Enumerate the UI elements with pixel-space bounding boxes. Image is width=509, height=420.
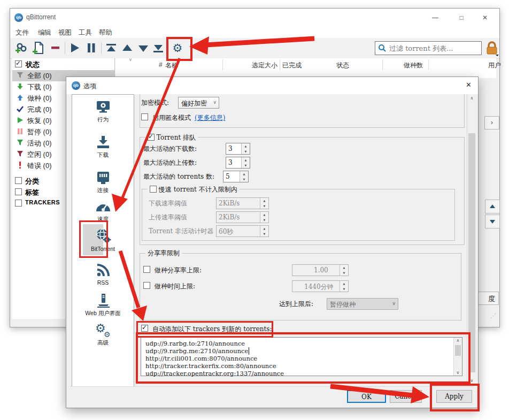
more-information-link[interactable]: (更多信息) xyxy=(195,113,225,123)
scroll-up-button[interactable] xyxy=(485,200,500,213)
tags-checkbox[interactable] xyxy=(15,188,22,195)
dialog-title: 选项 xyxy=(83,82,96,91)
column-number[interactable]: # xyxy=(159,61,163,68)
dialog-close-button[interactable]: ✕ xyxy=(466,81,472,89)
scroll-up-icon[interactable]: ∧ xyxy=(467,96,476,101)
nav-item-webui[interactable]: Web 用户界面 xyxy=(72,293,134,317)
move-top-button[interactable] xyxy=(104,41,118,55)
nav-item-behavior[interactable]: 行为 xyxy=(72,99,134,124)
nav-label: 高级 xyxy=(72,339,134,347)
status-section-checkbox[interactable] xyxy=(15,60,22,67)
torrent-table-header: ∨ # 名称 选定大小 已完成 状态 做种数 用户 xyxy=(115,58,496,72)
column-separator xyxy=(428,59,429,70)
resume-button[interactable] xyxy=(68,41,82,55)
max-downloads-label: 最大活动的下载数: xyxy=(143,144,197,154)
nav-item-bittorrent[interactable]: BitTorrent xyxy=(72,227,134,252)
spinner-arrows: ▲▼ xyxy=(340,265,348,276)
ok-button[interactable]: OK xyxy=(347,390,386,403)
queueing-checkbox[interactable] xyxy=(148,134,155,141)
add-torrent-file-button[interactable] xyxy=(32,41,45,55)
categories-checkbox[interactable] xyxy=(15,177,22,184)
tracker-url: udp://tracker.opentrackr.org:1337/announ… xyxy=(145,370,284,377)
ethernet-icon xyxy=(95,170,111,186)
max-uploads-spinner[interactable]: 3 ▲▼ xyxy=(226,157,250,169)
menu-view[interactable]: 视图 xyxy=(55,27,75,39)
categories-label: 分类 xyxy=(25,177,39,186)
move-up-button[interactable] xyxy=(120,41,134,55)
spinner-arrows[interactable]: ▲▼ xyxy=(240,171,248,182)
resize-grip[interactable]: ⋰ xyxy=(490,312,496,319)
tags-label: 标签 xyxy=(25,188,39,197)
encryption-label: 加密模式: xyxy=(141,98,169,108)
upload-threshold-label: 上传速率阈值 xyxy=(149,213,187,222)
column-selected-size[interactable]: 选定大小 xyxy=(252,61,277,70)
close-button[interactable]: ✕ xyxy=(476,11,494,25)
encryption-dropdown[interactable]: 偏好加密 ∨ xyxy=(178,97,219,109)
column-expander-button[interactable]: › xyxy=(484,116,499,129)
column-seeds[interactable]: 做种数 xyxy=(404,61,423,70)
nav-item-speed[interactable]: 速度 xyxy=(72,198,134,223)
tracker-url: http://tracker.trackerfix.com:80/announc… xyxy=(145,362,276,370)
nav-item-rss[interactable]: RSS xyxy=(72,262,134,286)
scroll-up-icon[interactable]: ∧ xyxy=(454,338,462,343)
trackers-checkbox[interactable] xyxy=(15,200,22,207)
menu-edit[interactable]: 编辑 xyxy=(35,27,55,39)
minimize-button[interactable]: — xyxy=(426,11,444,25)
scrollbar-thumb[interactable] xyxy=(468,133,475,372)
svg-text:⚙: ⚙ xyxy=(104,330,111,338)
cancel-button[interactable]: Cancel xyxy=(390,390,422,403)
nav-item-downloads[interactable]: 下载 xyxy=(72,134,134,159)
anonymous-mode-checkbox[interactable] xyxy=(141,113,148,120)
scroll-down-icon[interactable]: ∨ xyxy=(454,370,462,375)
column-separator xyxy=(382,59,383,70)
seed-ratio-checkbox[interactable] xyxy=(143,266,150,273)
move-down-button[interactable] xyxy=(136,41,150,55)
auto-add-trackers-label: 自动添加以下 trackers 到新的 torrents: xyxy=(152,325,272,334)
spinner-arrows[interactable]: ▲▼ xyxy=(241,143,250,154)
nav-label: Web 用户界面 xyxy=(72,310,134,317)
move-bottom-button[interactable] xyxy=(151,41,165,55)
max-uploads-label: 最大活动的上传数: xyxy=(143,158,197,167)
funnel-icon xyxy=(17,139,24,146)
slow-torrents-checkbox[interactable] xyxy=(150,186,157,193)
column-status[interactable]: 状态 xyxy=(336,61,349,70)
spinner-arrows[interactable]: ▲▼ xyxy=(241,157,250,168)
column-user[interactable]: 用户 xyxy=(488,61,501,70)
seed-time-checkbox[interactable] xyxy=(143,282,150,289)
nav-item-connection[interactable]: 连接 xyxy=(72,170,134,194)
spin-value: 2KiB/s xyxy=(219,200,240,207)
column-name[interactable]: 名称 xyxy=(165,61,178,70)
limit-reached-dropdown: 暂停做种 ∨ xyxy=(327,298,398,310)
menu-file[interactable]: 文件 xyxy=(12,27,32,39)
inactivity-timer-label: Torrent 非活动计时器 xyxy=(149,227,213,236)
scroll-down-icon[interactable]: ∨ xyxy=(467,378,476,383)
nav-label: 行为 xyxy=(72,116,134,124)
nav-item-advanced[interactable]: ⚙ ⚙ 高级 xyxy=(72,321,134,347)
add-torrent-link-button[interactable] xyxy=(14,41,28,55)
sort-indicator-icon[interactable]: ∨ xyxy=(129,57,132,62)
search-filter-box[interactable]: 过滤 torrent 列表... xyxy=(375,41,482,55)
textarea-scrollbar[interactable]: ∧ ∨ xyxy=(453,338,462,376)
scrollbar-thumb[interactable] xyxy=(455,345,461,356)
delete-button[interactable] xyxy=(49,41,63,55)
auto-add-trackers-checkbox[interactable] xyxy=(141,325,148,332)
menu-help[interactable]: 帮助 xyxy=(96,27,115,39)
spin-value: 5 xyxy=(226,173,230,180)
spin-value: 1.00 xyxy=(314,266,328,274)
nav-label: 连接 xyxy=(72,187,134,194)
options-gear-button[interactable]: ⚙ xyxy=(171,41,184,55)
maximize-button[interactable]: □ xyxy=(452,11,471,25)
trackers-textarea[interactable]: udp://9.rarbg.to:2710/announce udp://9.r… xyxy=(141,337,462,376)
pause-button[interactable] xyxy=(84,41,98,55)
column-completed[interactable]: 已完成 xyxy=(282,61,302,70)
spin-value: 3 xyxy=(228,145,233,152)
toolbar-separator xyxy=(65,42,65,54)
dialog-scrollbar[interactable]: ∧ ∨ xyxy=(467,94,476,385)
apply-button[interactable]: Apply xyxy=(436,390,472,403)
lock-icon[interactable] xyxy=(485,41,499,57)
max-downloads-spinner[interactable]: 3 ▲▼ xyxy=(226,143,250,155)
share-limits-title: 分享率限制 xyxy=(145,249,182,258)
menu-tools[interactable]: 工具 xyxy=(75,27,95,39)
scroll-down-button[interactable] xyxy=(485,215,500,228)
max-torrents-spinner[interactable]: 5 ▲▼ xyxy=(223,171,249,182)
